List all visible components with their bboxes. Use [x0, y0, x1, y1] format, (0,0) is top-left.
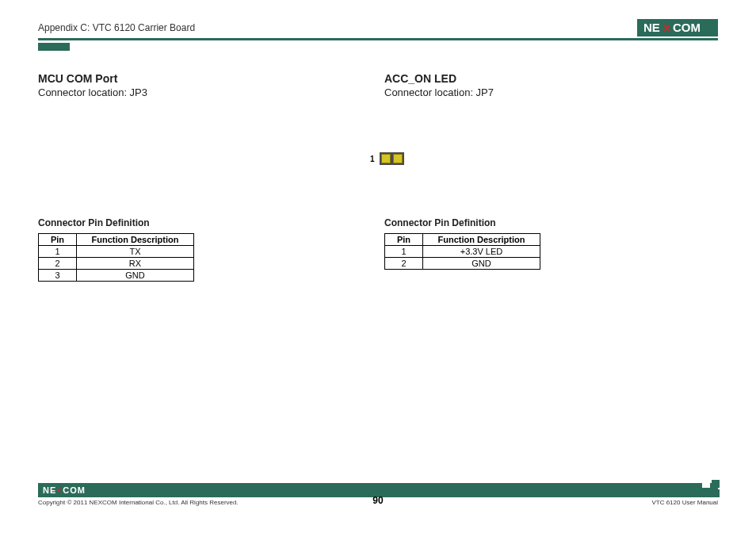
right-section-title: ACC_ON LED: [384, 72, 718, 85]
left-diagram-area: [38, 146, 378, 217]
cell-func: RX: [77, 258, 194, 270]
table-header-row: Pin Function Description: [39, 234, 194, 246]
right-diagram-area: 1: [384, 146, 718, 217]
right-table-title: Connector Pin Definition: [384, 217, 718, 228]
cell-func: +3.3V LED: [423, 246, 540, 258]
connector-pad-icon: [393, 154, 403, 163]
connector-pad-icon: [381, 154, 391, 163]
cell-pin: 3: [39, 270, 77, 282]
main-content: MCU COM Port Connector location: JP3 Con…: [38, 72, 718, 282]
table-row: 2 RX: [39, 258, 194, 270]
right-connector-location: Connector location: JP7: [384, 86, 718, 98]
col-header-pin: Pin: [385, 234, 423, 246]
connector-body-icon: [380, 152, 404, 165]
cell-pin: 2: [39, 258, 77, 270]
left-section-title: MCU COM Port: [38, 72, 378, 85]
right-column: ACC_ON LED Connector location: JP7 1 Con…: [378, 72, 718, 282]
left-connector-location: Connector location: JP3: [38, 86, 378, 98]
page-number: 90: [372, 495, 383, 506]
footer-squares-icon: [702, 480, 720, 497]
col-header-func: Function Description: [77, 234, 194, 246]
svg-text:COM: COM: [673, 21, 701, 34]
svg-text:✕: ✕: [662, 22, 671, 34]
col-header-pin: Pin: [39, 234, 77, 246]
table-row: 1 +3.3V LED: [385, 246, 540, 258]
connector-diagram: 1: [370, 152, 404, 165]
table-row: 3 GND: [39, 270, 194, 282]
nexcom-logo: NE ✕ COM: [637, 19, 718, 36]
table-header-row: Pin Function Description: [385, 234, 540, 246]
cell-func: GND: [423, 258, 540, 270]
left-table-title: Connector Pin Definition: [38, 217, 378, 228]
manual-name: VTC 6120 User Manual: [651, 499, 718, 506]
cell-func: GND: [77, 270, 194, 282]
svg-text:NE: NE: [643, 21, 660, 34]
cell-pin: 1: [39, 246, 77, 258]
breadcrumb: Appendix C: VTC 6120 Carrier Board: [38, 22, 195, 33]
table-row: 2 GND: [385, 258, 540, 270]
table-row: 1 TX: [39, 246, 194, 258]
left-pin-table: Pin Function Description 1 TX 2 RX 3 GND: [38, 233, 194, 282]
diagram-pin-1-label: 1: [370, 155, 375, 163]
left-column: MCU COM Port Connector location: JP3 Con…: [38, 72, 378, 282]
col-header-func: Function Description: [423, 234, 540, 246]
footer-logo: NE✕COM: [43, 485, 86, 495]
copyright-text: Copyright © 2011 NEXCOM International Co…: [38, 499, 239, 506]
cell-pin: 2: [385, 258, 423, 270]
side-tab-decoration: [38, 43, 70, 51]
cell-pin: 1: [385, 246, 423, 258]
page-header: Appendix C: VTC 6120 Carrier Board NE ✕ …: [38, 19, 718, 40]
right-pin-table: Pin Function Description 1 +3.3V LED 2 G…: [384, 233, 540, 270]
cell-func: TX: [77, 246, 194, 258]
